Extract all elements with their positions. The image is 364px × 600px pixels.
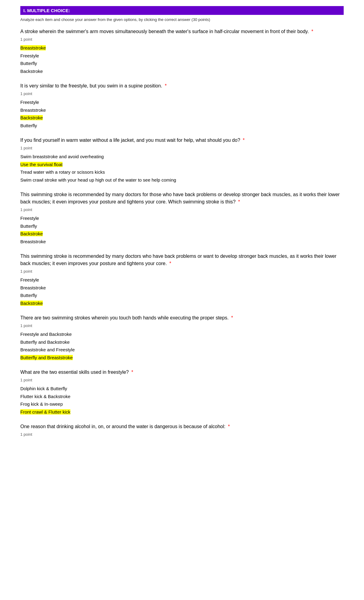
option-q1-2[interactable]: Butterfly xyxy=(20,60,344,67)
options-container-q5: FreestyleBreaststrokeButterflyBackstroke xyxy=(20,276,344,307)
option-q6-2[interactable]: Breaststroke and Freestyle xyxy=(20,346,344,354)
highlighted-option-q5-3: Backstroke xyxy=(20,301,43,306)
options-container-q7: Dolphin kick & ButterflyFlutter kick & B… xyxy=(20,385,344,416)
option-q3-2[interactable]: Tread water with a rotary or scissors ki… xyxy=(20,168,344,176)
question-block-q6: There are two swimming strokes wherein y… xyxy=(20,314,344,361)
question-text-q6: There are two swimming strokes wherein y… xyxy=(20,314,344,322)
points-label-q6: 1 point xyxy=(20,323,344,328)
question-text-q3: If you find yourself in warm water witho… xyxy=(20,137,344,144)
required-star: * xyxy=(169,261,171,266)
highlighted-option-q4-2: Backstroke xyxy=(20,231,43,236)
options-container-q4: FreestyleButterflyBackstrokeBreaststroke xyxy=(20,214,344,245)
points-label-q7: 1 point xyxy=(20,378,344,382)
option-q2-1[interactable]: Breaststroke xyxy=(20,106,344,114)
option-q6-1[interactable]: Butterfly and Backstroke xyxy=(20,338,344,346)
option-q5-1[interactable]: Breaststroke xyxy=(20,284,344,292)
option-q4-3[interactable]: Breaststroke xyxy=(20,238,344,246)
highlighted-option-q1-0: Breaststroke xyxy=(20,45,46,50)
points-label-q3: 1 point xyxy=(20,146,344,150)
question-text-q7: What are the two essential skills used i… xyxy=(20,369,344,376)
option-q3-1[interactable]: Use the survival float xyxy=(20,161,344,169)
options-container-q3: Swim breaststroke and avoid overheatingU… xyxy=(20,153,344,184)
question-block-q5: This swimming stroke is recommended by m… xyxy=(20,253,344,307)
option-q1-0[interactable]: Breaststroke xyxy=(20,44,344,52)
options-container-q1: BreaststrokeFreestyleButterflyBackstroke xyxy=(20,44,344,75)
section-title: I. MULTIPLE CHOICE: xyxy=(23,8,70,13)
question-block-q4: This swimming stroke is recommended by m… xyxy=(20,191,344,245)
highlighted-option-q7-3: Front crawl & Flutter kick xyxy=(20,409,70,414)
option-q1-3[interactable]: Backstroke xyxy=(20,67,344,75)
required-star: * xyxy=(228,424,230,429)
options-container-q2: FreestyleBreaststrokeBackstrokeButterfly xyxy=(20,98,344,129)
points-label-q8: 1 point xyxy=(20,432,344,437)
option-q4-2[interactable]: Backstroke xyxy=(20,230,344,238)
question-block-q7: What are the two essential skills used i… xyxy=(20,369,344,416)
highlighted-option-q2-2: Backstroke xyxy=(20,115,43,120)
question-text-q2: It is very similar to the freestyle, but… xyxy=(20,82,344,90)
question-text-q8: One reason that drinking alcohol in, on,… xyxy=(20,423,344,430)
option-q4-0[interactable]: Freestyle xyxy=(20,214,344,222)
option-q7-1[interactable]: Flutter kick & Backstroke xyxy=(20,393,344,401)
section-header: I. MULTIPLE CHOICE: xyxy=(20,6,344,15)
option-q7-0[interactable]: Dolphin kick & Butterfly xyxy=(20,385,344,393)
option-q7-3[interactable]: Front crawl & Flutter kick xyxy=(20,408,344,416)
option-q3-3[interactable]: Swim crawl stroke with your head up high… xyxy=(20,176,344,184)
option-q2-0[interactable]: Freestyle xyxy=(20,98,344,106)
points-label-q5: 1 point xyxy=(20,269,344,274)
required-star: * xyxy=(238,199,240,204)
highlighted-option-q6-3: Butterfly and Breaststroke xyxy=(20,355,73,360)
option-q4-1[interactable]: Butterfly xyxy=(20,222,344,230)
points-label-q1: 1 point xyxy=(20,37,344,42)
option-q5-2[interactable]: Butterfly xyxy=(20,291,344,299)
option-q2-3[interactable]: Butterfly xyxy=(20,122,344,130)
required-star: * xyxy=(231,315,233,320)
question-block-q1: A stroke wherein the swimmer's arm moves… xyxy=(20,28,344,75)
option-q6-3[interactable]: Butterfly and Breaststroke xyxy=(20,354,344,362)
option-q7-2[interactable]: Frog kick & In-sweep xyxy=(20,400,344,408)
question-text-q5: This swimming stroke is recommended by m… xyxy=(20,253,344,267)
required-star: * xyxy=(131,370,133,375)
option-q5-0[interactable]: Freestyle xyxy=(20,276,344,284)
required-star: * xyxy=(312,29,313,34)
options-container-q6: Freestyle and BackstrokeButterfly and Ba… xyxy=(20,330,344,361)
highlighted-option-q3-1: Use the survival float xyxy=(20,162,62,167)
points-label-q2: 1 point xyxy=(20,91,344,96)
questions-container: A stroke wherein the swimmer's arm moves… xyxy=(20,28,344,437)
option-q3-0[interactable]: Swim breaststroke and avoid overheating xyxy=(20,153,344,161)
question-text-q1: A stroke wherein the swimmer's arm moves… xyxy=(20,28,344,35)
points-label-q4: 1 point xyxy=(20,207,344,212)
question-block-q8: One reason that drinking alcohol in, on,… xyxy=(20,423,344,437)
option-q6-0[interactable]: Freestyle and Backstroke xyxy=(20,330,344,338)
required-star: * xyxy=(165,83,167,88)
question-block-q3: If you find yourself in warm water witho… xyxy=(20,137,344,184)
option-q1-1[interactable]: Freestyle xyxy=(20,52,344,60)
question-text-q4: This swimming stroke is recommended by m… xyxy=(20,191,344,206)
question-block-q2: It is very similar to the freestyle, but… xyxy=(20,82,344,129)
option-q2-2[interactable]: Backstroke xyxy=(20,114,344,122)
option-q5-3[interactable]: Backstroke xyxy=(20,299,344,307)
instructions: Analyze each item and choose your answer… xyxy=(20,17,344,22)
required-star: * xyxy=(243,138,244,143)
